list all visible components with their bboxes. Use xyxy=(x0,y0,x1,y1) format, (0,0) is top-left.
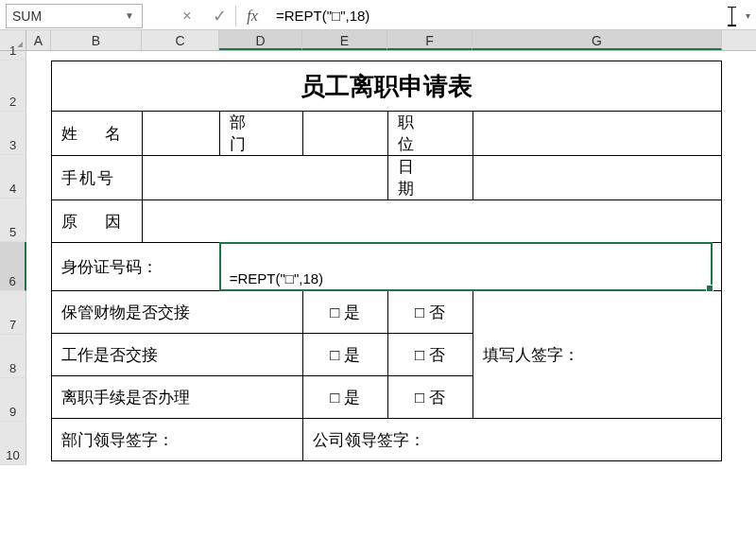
label-dept-sign[interactable]: 部门领导签字： xyxy=(52,419,303,461)
enter-icon[interactable]: ✓ xyxy=(203,4,235,28)
column-headers: A B C D E F G xyxy=(0,30,756,51)
field-phone[interactable] xyxy=(142,156,387,200)
col-header-G[interactable]: G xyxy=(472,30,722,50)
label-company-sign[interactable]: 公司领导签字： xyxy=(302,419,721,461)
label-name[interactable]: 姓 名 xyxy=(52,112,143,156)
name-box[interactable]: SUM ▼ xyxy=(6,4,143,28)
field-date[interactable] xyxy=(472,156,722,200)
label-dept[interactable]: 部 门 xyxy=(219,112,302,156)
formula-input[interactable] xyxy=(268,4,697,28)
col-header-B[interactable]: B xyxy=(51,30,142,50)
expand-formula-bar-icon[interactable]: ▾ xyxy=(739,4,756,28)
q2-yes[interactable]: □ 是 xyxy=(302,334,387,376)
label-q3[interactable]: 离职手续是否办理 xyxy=(52,376,303,419)
q1-yes[interactable]: □ 是 xyxy=(302,291,387,334)
grid-rows: 1 2 3 4 5 6 7 8 9 10 员工离职申请表 姓 名 部 门 职 位 xyxy=(0,51,756,465)
spreadsheet-grid: A B C D E F G 1 2 3 4 5 6 7 8 9 10 员工离职申… xyxy=(0,30,756,465)
row-header-7[interactable]: 7 xyxy=(0,291,26,335)
text-cursor-icon xyxy=(726,6,739,26)
col-header-C[interactable]: C xyxy=(142,30,219,50)
label-position[interactable]: 职 位 xyxy=(387,112,472,156)
chevron-down-icon[interactable]: ▼ xyxy=(123,10,136,21)
form-title[interactable]: 员工离职申请表 xyxy=(52,61,722,112)
field-position[interactable] xyxy=(472,112,722,156)
name-box-value: SUM xyxy=(12,9,123,24)
q2-no[interactable]: □ 否 xyxy=(387,334,472,376)
col-header-D[interactable]: D xyxy=(219,30,302,50)
field-reason[interactable] xyxy=(142,200,721,243)
label-id[interactable]: 身份证号码： xyxy=(52,243,220,291)
q3-yes[interactable]: □ 是 xyxy=(302,376,387,419)
row-header-5[interactable]: 5 xyxy=(0,199,26,242)
label-q1[interactable]: 保管财物是否交接 xyxy=(52,291,303,334)
cancel-icon[interactable]: × xyxy=(171,4,203,28)
field-name[interactable] xyxy=(142,112,219,156)
col-header-E[interactable]: E xyxy=(302,30,387,50)
q1-no[interactable]: □ 否 xyxy=(387,291,472,334)
row-header-3[interactable]: 3 xyxy=(0,112,26,155)
q3-no[interactable]: □ 否 xyxy=(387,376,472,419)
formula-bar: SUM ▼ × ✓ fx ▾ xyxy=(0,0,756,30)
resignation-form-table: 员工离职申请表 姓 名 部 门 职 位 手机号 日 期 原 因 xyxy=(51,61,722,461)
row-header-6[interactable]: 6 xyxy=(0,242,26,291)
label-phone[interactable]: 手机号 xyxy=(52,156,143,200)
field-id-editing[interactable]: =REPT("□",18) xyxy=(219,243,721,291)
row-header-9[interactable]: 9 xyxy=(0,378,26,422)
row-header-1[interactable]: 1 xyxy=(0,51,26,61)
row-header-2[interactable]: 2 xyxy=(0,61,26,112)
fx-icon[interactable]: fx xyxy=(236,4,268,28)
row-header-4[interactable]: 4 xyxy=(0,155,26,199)
label-q2[interactable]: 工作是否交接 xyxy=(52,334,303,376)
field-dept[interactable] xyxy=(302,112,387,156)
col-header-F[interactable]: F xyxy=(387,30,472,50)
label-filler-sign[interactable]: 填写人签字： xyxy=(472,291,722,419)
label-date[interactable]: 日 期 xyxy=(387,156,472,200)
row-header-8[interactable]: 8 xyxy=(0,335,26,378)
row-header-10[interactable]: 10 xyxy=(0,422,26,465)
col-header-A[interactable]: A xyxy=(26,30,51,50)
label-reason[interactable]: 原 因 xyxy=(52,200,143,243)
